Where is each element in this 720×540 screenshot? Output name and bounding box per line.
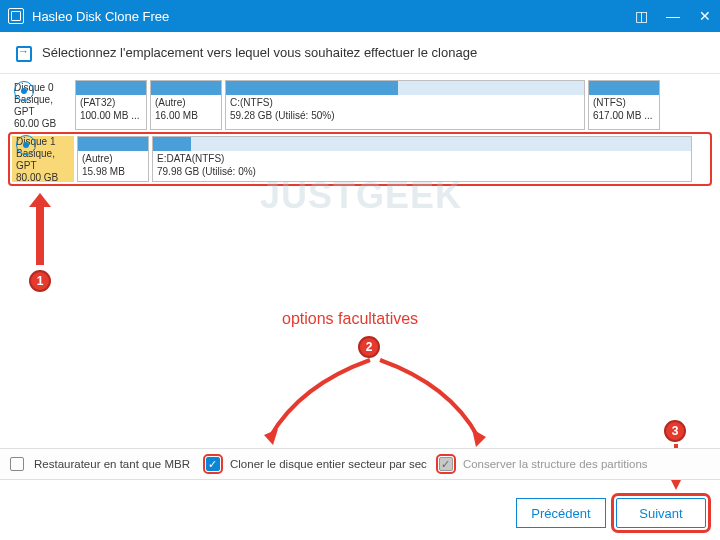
label-sector-clone: Cloner le disque entier secteur par sec	[230, 458, 427, 470]
instruction-bar: Sélectionnez l'emplacement vers lequel v…	[0, 32, 720, 74]
disk-size: 60.00 GB	[14, 118, 56, 130]
disk-list: Disque 0Basique, GPT60.00 GB(FAT32)100.0…	[0, 74, 720, 184]
partition[interactable]: (NTFS)617.00 MB ...	[588, 80, 660, 130]
disk-row[interactable]: Disque 1Basique, GPT80.00 GB(Autre)15.98…	[10, 134, 710, 184]
checkbox-restore-mbr[interactable]	[10, 457, 24, 471]
annotation-badge-3: 3	[664, 420, 686, 442]
disk-info[interactable]: Disque 1Basique, GPT80.00 GB	[12, 136, 74, 182]
partition-label: (NTFS)	[593, 97, 655, 110]
titlebar: Hasleo Disk Clone Free ◫ — ✕	[0, 0, 720, 32]
next-button[interactable]: Suivant	[616, 498, 706, 528]
annotation-badge-1: 1	[29, 270, 51, 292]
window-controls: ◫ — ✕	[634, 9, 712, 23]
partition[interactable]: C:(NTFS)59.28 GB (Utilisé: 50%)	[225, 80, 585, 130]
checkbox-sector-clone[interactable]: ✓	[206, 457, 220, 471]
app-title: Hasleo Disk Clone Free	[32, 9, 169, 24]
disk-size: 80.00 GB	[16, 172, 58, 184]
partition-size: 15.98 MB	[82, 166, 144, 179]
partition[interactable]: E:DATA(NTFS)79.98 GB (Utilisé: 0%)	[152, 136, 692, 182]
svg-marker-0	[264, 429, 278, 445]
partition[interactable]: (Autre)16.00 MB	[150, 80, 222, 130]
wizard-buttons: Précédent Suivant	[516, 498, 706, 528]
prev-button[interactable]: Précédent	[516, 498, 606, 528]
minimize-icon[interactable]: —	[666, 9, 680, 23]
checkbox-keep-structure[interactable]: ✓	[439, 457, 453, 471]
svg-marker-1	[472, 429, 486, 447]
instruction-text: Sélectionnez l'emplacement vers lequel v…	[42, 45, 477, 60]
partition-label: (Autre)	[82, 153, 144, 166]
app-logo-icon	[8, 8, 24, 24]
partition[interactable]: (FAT32)100.00 MB ...	[75, 80, 147, 130]
partition-label: (Autre)	[155, 97, 217, 110]
partition[interactable]: (Autre)15.98 MB	[77, 136, 149, 182]
partition-size: 59.28 GB (Utilisé: 50%)	[230, 110, 580, 123]
partition-size: 617.00 MB ...	[593, 110, 655, 123]
partition-label: (FAT32)	[80, 97, 142, 110]
partition-label: C:(NTFS)	[230, 97, 580, 110]
options-bar: Restaurateur en tant que MBR ✓ Cloner le…	[0, 448, 720, 480]
restore-icon[interactable]: ◫	[634, 9, 648, 23]
disk-row[interactable]: Disque 0Basique, GPT60.00 GB(FAT32)100.0…	[10, 80, 710, 130]
annotation-curves	[260, 355, 490, 450]
partition-size: 100.00 MB ...	[80, 110, 142, 123]
label-restore-mbr: Restaurateur en tant que MBR	[34, 458, 190, 470]
partition-label: E:DATA(NTFS)	[157, 153, 687, 166]
annotation-arrow-1	[36, 205, 44, 265]
partition-size: 16.00 MB	[155, 110, 217, 123]
label-keep-structure: Conserver la structure des partitions	[463, 458, 648, 470]
annotation-options-label: options facultatives	[282, 310, 418, 328]
partition-size: 79.98 GB (Utilisé: 0%)	[157, 166, 687, 179]
annotation-badge-2: 2	[358, 336, 380, 358]
destination-icon	[14, 44, 32, 62]
close-icon[interactable]: ✕	[698, 9, 712, 23]
disk-info[interactable]: Disque 0Basique, GPT60.00 GB	[10, 80, 72, 130]
